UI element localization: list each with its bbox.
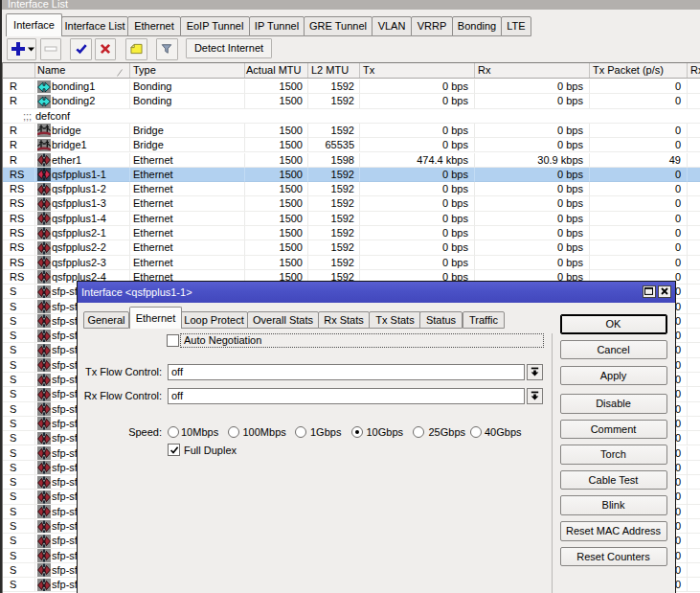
main-tab-ip-tunnel[interactable]: IP Tunnel (249, 16, 305, 36)
column-header-rx_packet[interactable]: Rx Packet (p/s) (688, 63, 700, 78)
enable-button[interactable] (70, 38, 92, 60)
close-icon[interactable] (658, 285, 671, 299)
table-row-qsfpplus2-3[interactable]: RS qsfpplus2-3Ethernet150015920 bps0 bps… (3, 256, 700, 270)
dialog-button-cancel[interactable]: Cancel (560, 340, 667, 360)
cell-rx_packet (688, 519, 700, 534)
table-row-qsfpplus1-3[interactable]: RS qsfpplus1-3Ethernet150015920 bps0 bps… (3, 196, 700, 211)
dialog-tab-status[interactable]: Status (419, 311, 463, 329)
table-row-bridge[interactable]: R bridgeBridge150015920 bps0 bps0 (3, 124, 700, 138)
cell-type: Ethernet (130, 212, 245, 226)
dialog-button-reset-mac-address[interactable]: Reset MAC Address (560, 521, 667, 541)
comment-button[interactable] (125, 38, 147, 60)
main-tab-gre-tunnel[interactable]: GRE Tunnel (304, 16, 373, 36)
auto-negotiation-checkbox[interactable] (167, 334, 179, 347)
ethernet-icon (37, 256, 51, 269)
main-tab-eoip-tunnel[interactable]: EoIP Tunnel (180, 16, 250, 36)
add-button[interactable] (7, 38, 36, 60)
cell-flags: S (3, 563, 35, 578)
column-header-actual_mtu[interactable]: Actual MTU (245, 63, 308, 78)
column-header-flags[interactable] (3, 63, 35, 78)
table-row-qsfpplus1-2[interactable]: RS qsfpplus1-2Ethernet150015920 bps0 bps… (3, 182, 700, 196)
speed-radio-40gbps[interactable] (470, 426, 482, 438)
dialog-button-torch[interactable]: Torch (560, 445, 667, 465)
ethernet-icon (37, 212, 51, 225)
table-row-ether1[interactable]: R ether1Ethernet15001598474.4 kbps30.9 k… (3, 153, 700, 168)
disable-button[interactable] (95, 38, 117, 60)
detect-internet-button[interactable]: Detect Internet (186, 38, 272, 58)
table-row-bonding2[interactable]: R bonding2Bonding150015920 bps0 bps0 (3, 94, 700, 108)
maximize-icon[interactable] (643, 285, 656, 299)
cell-rx: 0 bps (475, 256, 590, 270)
table-header: NameTypeActual MTUL2 MTUTxRxTx Packet (p… (3, 63, 700, 79)
column-header-name[interactable]: Name (35, 63, 130, 78)
table-row-qsfpplus2-1[interactable]: RS qsfpplus2-1Ethernet150015920 bps0 bps… (3, 226, 700, 240)
cell-rx_packet (688, 168, 700, 182)
full-duplex-label: Full Duplex (184, 445, 237, 457)
filter-button[interactable] (156, 38, 178, 60)
window-left-border (0, 0, 2, 593)
main-tab-interface-list[interactable]: Interface List (61, 16, 128, 36)
column-header-tx[interactable]: Tx (360, 63, 475, 78)
speed-radio-25gbps[interactable] (413, 426, 424, 438)
cell-name: qsfpplus2-1 (35, 226, 130, 240)
dialog-tab-tx-stats[interactable]: Tx Stats (369, 311, 421, 329)
ethernet-icon (37, 241, 51, 255)
tx-flow-control-dropdown-icon[interactable] (527, 364, 544, 381)
ethernet-icon (37, 579, 51, 592)
main-tab-ethernet[interactable]: Ethernet (127, 16, 181, 36)
main-tab-bonding[interactable]: Bonding (452, 16, 502, 36)
table-row-qsfpplus1-4[interactable]: RS qsfpplus1-4Ethernet150015920 bps0 bps… (3, 212, 700, 226)
main-tab-vlan[interactable]: VLAN (372, 16, 412, 36)
dialog-tab-overall-stats[interactable]: Overall Stats (247, 311, 319, 329)
speed-radio-100mbps[interactable] (228, 426, 239, 438)
cell-flags: S (3, 402, 35, 417)
main-tab-lte[interactable]: LTE (501, 16, 531, 36)
dialog-tab-ethernet[interactable]: Ethernet (129, 307, 182, 330)
tx-flow-control-input[interactable]: off (168, 364, 525, 381)
column-header-rx[interactable]: Rx (475, 63, 590, 78)
column-header-type[interactable]: Type (130, 63, 245, 78)
dialog-tab-traffic[interactable]: Traffic (463, 311, 505, 329)
dialog-button-cable-test[interactable]: Cable Test (560, 470, 667, 490)
dialog-button-disable[interactable]: Disable (560, 394, 667, 414)
interface-name: bridge1 (52, 138, 87, 152)
column-header-tx_packet[interactable]: Tx Packet (p/s) (590, 63, 688, 78)
cell-rx_packet (688, 578, 700, 592)
table-row-qsfpplus1-1[interactable]: RS qsfpplus1-1Ethernet150015920 bps0 bps… (3, 168, 700, 182)
interface-name: sfp-sf (52, 490, 78, 504)
ethernet-icon (37, 446, 51, 460)
interface-name: bridge (52, 124, 81, 138)
remove-button[interactable] (40, 38, 62, 60)
table-row-comment[interactable]: ;;;defconf (3, 109, 700, 124)
window-titlebar[interactable]: Interface List (2, 0, 700, 10)
cell-l2_mtu: 1592 (308, 124, 360, 138)
cell-flags: R (3, 153, 35, 168)
dialog-tab-general[interactable]: General (83, 311, 129, 329)
rx-flow-control-input[interactable]: off (168, 388, 525, 405)
speed-radio-10gbps[interactable] (351, 426, 363, 438)
rx-flow-control-dropdown-icon[interactable] (527, 388, 544, 405)
column-header-l2_mtu[interactable]: L2 MTU (308, 63, 360, 78)
dialog-button-ok[interactable]: OK (560, 314, 667, 334)
interface-name: sfp-sf (52, 373, 78, 387)
table-row-bridge1[interactable]: R bridge1Bridge1500655350 bps0 bps0 (3, 138, 700, 152)
cell-rx: 0 bps (475, 168, 590, 182)
dialog-button-comment[interactable]: Comment (560, 420, 667, 440)
table-row-qsfpplus2-2[interactable]: RS qsfpplus2-2Ethernet150015920 bps0 bps… (3, 240, 700, 255)
ethernet-icon (37, 549, 51, 562)
main-tab-vrrp[interactable]: VRRP (411, 16, 453, 36)
dialog-button-blink[interactable]: Blink (560, 495, 667, 515)
speed-radio-10mbps[interactable] (168, 426, 179, 438)
dialog-titlebar[interactable]: Interface <qsfpplus1-1> (78, 282, 675, 303)
dialog-tab-rx-stats[interactable]: Rx Stats (318, 311, 370, 329)
main-tab-interface[interactable]: Interface (6, 13, 62, 36)
table-row-bonding1[interactable]: R bonding1Bonding150015920 bps0 bps0 (3, 80, 700, 94)
dialog-button-apply[interactable]: Apply (560, 366, 667, 386)
full-duplex-checkbox[interactable] (168, 444, 180, 456)
speed-radio-1gbps[interactable] (295, 426, 306, 438)
dialog-tab-loop-protect[interactable]: Loop Protect (180, 311, 248, 329)
cell-flags: R (3, 80, 35, 94)
cell-rx_packet (688, 240, 700, 255)
dialog-button-reset-counters[interactable]: Reset Counters (560, 547, 667, 567)
ethernet-icon (37, 168, 51, 181)
